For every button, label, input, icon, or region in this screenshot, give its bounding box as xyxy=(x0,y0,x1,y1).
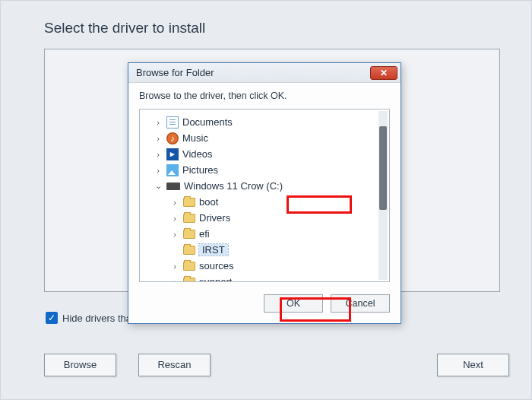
chevron-right-icon[interactable]: › xyxy=(154,134,163,143)
rescan-button[interactable]: Rescan xyxy=(138,354,211,376)
dialog-title-text: Browse for Folder xyxy=(136,67,214,78)
tree-label: efi xyxy=(199,228,210,240)
tree-item-documents[interactable]: › Documents xyxy=(146,114,386,130)
videos-icon: ▸ xyxy=(166,148,179,160)
tree-item-drive-c[interactable]: ⌄ Windows 11 Crow (C:) xyxy=(146,178,386,194)
tree-label: Windows 11 Crow (C:) xyxy=(184,180,283,192)
dialog-footer: OK Cancel xyxy=(128,287,401,323)
checkbox-checked-icon[interactable]: ✓ xyxy=(46,312,58,324)
folder-icon xyxy=(183,230,195,239)
tree-label: sources xyxy=(199,260,234,271)
tree-label: Drivers xyxy=(199,212,230,224)
browse-button[interactable]: Browse xyxy=(44,354,116,376)
tree-label: Documents xyxy=(182,116,233,128)
browse-folder-dialog: Browse for Folder ✕ Browse to the driver… xyxy=(128,62,401,324)
tree-label: support xyxy=(199,276,232,282)
close-button[interactable]: ✕ xyxy=(370,66,397,80)
dialog-instruction: Browse to the driver, then click OK. xyxy=(139,90,390,101)
tree-item-videos[interactable]: › ▸ Videos xyxy=(146,146,386,162)
folder-icon xyxy=(183,214,195,223)
chevron-right-icon[interactable]: › xyxy=(170,198,179,207)
scrollbar-thumb[interactable] xyxy=(379,126,387,210)
page-title: Select the driver to install xyxy=(44,20,205,37)
tree-label: Videos xyxy=(182,148,213,160)
cancel-button[interactable]: Cancel xyxy=(331,294,390,313)
tree-item-support[interactable]: › support xyxy=(146,274,386,282)
tree-item-sources[interactable]: › sources xyxy=(146,258,386,274)
folder-icon xyxy=(183,262,195,271)
chevron-right-icon[interactable]: › xyxy=(170,230,179,239)
chevron-right-icon[interactable]: › xyxy=(170,262,179,271)
chevron-right-icon[interactable]: › xyxy=(170,278,179,283)
tree-label: Music xyxy=(182,132,208,144)
pictures-icon xyxy=(166,164,179,176)
tree-label-selected: IRST xyxy=(199,244,228,256)
chevron-right-icon[interactable]: › xyxy=(170,214,179,223)
tree-label: Pictures xyxy=(182,164,218,176)
folder-icon xyxy=(183,198,195,207)
music-icon: ♪ xyxy=(166,132,179,144)
documents-icon xyxy=(166,116,179,129)
chevron-right-icon[interactable]: › xyxy=(154,150,163,159)
drive-icon xyxy=(166,183,180,190)
tree-item-boot[interactable]: › boot xyxy=(146,194,386,210)
tree-item-efi[interactable]: › efi xyxy=(146,226,386,242)
close-icon: ✕ xyxy=(380,68,388,78)
tree-label: boot xyxy=(199,196,218,208)
tree-item-irst[interactable]: IRST xyxy=(146,242,386,258)
chevron-right-icon[interactable]: › xyxy=(154,166,163,175)
tree-item-pictures[interactable]: › Pictures xyxy=(146,162,386,178)
next-button[interactable]: Next xyxy=(437,354,509,376)
folder-icon xyxy=(183,278,195,283)
ok-button[interactable]: OK xyxy=(264,294,323,313)
chevron-down-icon[interactable]: ⌄ xyxy=(154,181,163,191)
dialog-titlebar: Browse for Folder ✕ xyxy=(128,63,401,83)
folder-tree[interactable]: › Documents › ♪ Music › ▸ Videos › xyxy=(139,109,390,282)
chevron-right-icon[interactable]: › xyxy=(154,118,163,127)
tree-item-drivers[interactable]: › Drivers xyxy=(146,210,386,226)
scrollbar[interactable] xyxy=(378,111,388,280)
folder-icon xyxy=(183,246,195,255)
tree-item-music[interactable]: › ♪ Music xyxy=(146,130,386,146)
